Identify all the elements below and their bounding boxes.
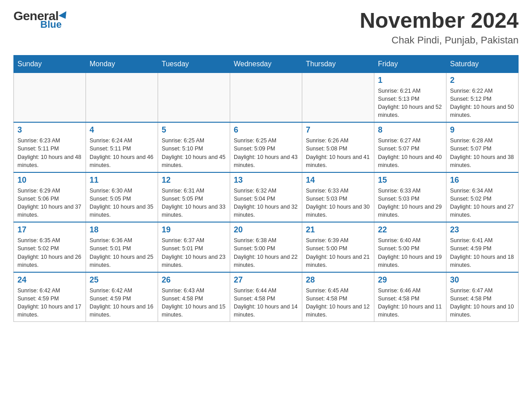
day-number: 11 xyxy=(90,176,154,185)
day-info: Sunrise: 6:36 AMSunset: 5:01 PMDaylight:… xyxy=(90,236,154,269)
day-number: 19 xyxy=(162,225,226,235)
calendar-weekday-header: Sunday xyxy=(14,55,86,73)
day-number: 23 xyxy=(450,225,515,235)
day-info: Sunrise: 6:41 AMSunset: 4:59 PMDaylight:… xyxy=(450,236,515,269)
calendar-day-cell: 4Sunrise: 6:24 AMSunset: 5:11 PMDaylight… xyxy=(86,122,158,172)
calendar-weekday-header: Thursday xyxy=(302,55,374,73)
calendar-day-cell: 3Sunrise: 6:23 AMSunset: 5:11 PMDaylight… xyxy=(14,122,86,172)
day-number: 18 xyxy=(90,225,154,235)
day-info: Sunrise: 6:39 AMSunset: 5:00 PMDaylight:… xyxy=(306,236,370,269)
day-info: Sunrise: 6:43 AMSunset: 4:58 PMDaylight:… xyxy=(162,287,226,319)
calendar-day-cell: 27Sunrise: 6:44 AMSunset: 4:58 PMDayligh… xyxy=(230,272,302,322)
calendar-day-cell: 12Sunrise: 6:31 AMSunset: 5:05 PMDayligh… xyxy=(158,172,230,223)
day-number: 5 xyxy=(162,125,226,135)
calendar-day-cell xyxy=(86,73,158,122)
day-number: 13 xyxy=(234,176,298,185)
day-number: 26 xyxy=(162,275,226,285)
calendar-day-cell: 11Sunrise: 6:30 AMSunset: 5:05 PMDayligh… xyxy=(86,172,158,223)
day-number: 17 xyxy=(17,225,82,235)
day-number: 3 xyxy=(17,125,82,135)
day-number: 20 xyxy=(234,225,298,235)
calendar-day-cell xyxy=(230,73,302,122)
day-number: 7 xyxy=(306,125,370,135)
calendar-table: SundayMondayTuesdayWednesdayThursdayFrid… xyxy=(13,55,519,322)
page-title: November 2024 xyxy=(360,9,519,33)
day-info: Sunrise: 6:25 AMSunset: 5:10 PMDaylight:… xyxy=(162,137,226,169)
calendar-day-cell: 20Sunrise: 6:38 AMSunset: 5:00 PMDayligh… xyxy=(230,222,302,272)
calendar-week-row: 17Sunrise: 6:35 AMSunset: 5:02 PMDayligh… xyxy=(14,222,519,272)
calendar-day-cell: 7Sunrise: 6:26 AMSunset: 5:08 PMDaylight… xyxy=(302,122,374,172)
calendar-weekday-header: Tuesday xyxy=(158,55,230,73)
day-info: Sunrise: 6:28 AMSunset: 5:07 PMDaylight:… xyxy=(450,137,515,169)
calendar-day-cell: 19Sunrise: 6:37 AMSunset: 5:01 PMDayligh… xyxy=(158,222,230,272)
day-info: Sunrise: 6:21 AMSunset: 5:13 PMDaylight:… xyxy=(378,87,442,120)
calendar-day-cell: 1Sunrise: 6:21 AMSunset: 5:13 PMDaylight… xyxy=(374,73,446,122)
calendar-day-cell: 9Sunrise: 6:28 AMSunset: 5:07 PMDaylight… xyxy=(446,122,519,172)
day-info: Sunrise: 6:26 AMSunset: 5:08 PMDaylight:… xyxy=(306,137,370,169)
calendar-day-cell xyxy=(158,73,230,122)
calendar-day-cell: 21Sunrise: 6:39 AMSunset: 5:00 PMDayligh… xyxy=(302,222,374,272)
day-info: Sunrise: 6:23 AMSunset: 5:11 PMDaylight:… xyxy=(17,137,82,169)
day-info: Sunrise: 6:37 AMSunset: 5:01 PMDaylight:… xyxy=(162,236,226,269)
day-info: Sunrise: 6:42 AMSunset: 4:59 PMDaylight:… xyxy=(17,287,82,319)
day-info: Sunrise: 6:45 AMSunset: 4:58 PMDaylight:… xyxy=(306,287,370,319)
calendar-day-cell: 18Sunrise: 6:36 AMSunset: 5:01 PMDayligh… xyxy=(86,222,158,272)
calendar-week-row: 10Sunrise: 6:29 AMSunset: 5:06 PMDayligh… xyxy=(14,172,519,223)
logo-blue-text: Blue xyxy=(40,19,62,30)
day-number: 15 xyxy=(378,176,442,185)
calendar-weekday-header: Friday xyxy=(374,55,446,73)
day-number: 30 xyxy=(450,275,515,285)
day-info: Sunrise: 6:46 AMSunset: 4:58 PMDaylight:… xyxy=(378,287,442,319)
day-info: Sunrise: 6:35 AMSunset: 5:02 PMDaylight:… xyxy=(17,236,82,269)
day-number: 6 xyxy=(234,125,298,135)
day-number: 28 xyxy=(306,275,370,285)
calendar-day-cell: 8Sunrise: 6:27 AMSunset: 5:07 PMDaylight… xyxy=(374,122,446,172)
day-number: 27 xyxy=(234,275,298,285)
title-block: November 2024 Chak Pindi, Punjab, Pakist… xyxy=(360,9,519,46)
calendar-day-cell: 25Sunrise: 6:42 AMSunset: 4:59 PMDayligh… xyxy=(86,272,158,322)
calendar-day-cell: 23Sunrise: 6:41 AMSunset: 4:59 PMDayligh… xyxy=(446,222,519,272)
day-info: Sunrise: 6:42 AMSunset: 4:59 PMDaylight:… xyxy=(90,287,154,319)
day-number: 9 xyxy=(450,125,515,135)
day-info: Sunrise: 6:25 AMSunset: 5:09 PMDaylight:… xyxy=(234,137,298,169)
day-info: Sunrise: 6:24 AMSunset: 5:11 PMDaylight:… xyxy=(90,137,154,169)
calendar-weekday-header: Monday xyxy=(86,55,158,73)
calendar-day-cell: 13Sunrise: 6:32 AMSunset: 5:04 PMDayligh… xyxy=(230,172,302,223)
calendar-day-cell xyxy=(302,73,374,122)
day-info: Sunrise: 6:47 AMSunset: 4:58 PMDaylight:… xyxy=(450,287,515,319)
calendar-day-cell: 28Sunrise: 6:45 AMSunset: 4:58 PMDayligh… xyxy=(302,272,374,322)
calendar-day-cell: 5Sunrise: 6:25 AMSunset: 5:10 PMDaylight… xyxy=(158,122,230,172)
calendar-day-cell: 15Sunrise: 6:33 AMSunset: 5:03 PMDayligh… xyxy=(374,172,446,223)
day-info: Sunrise: 6:33 AMSunset: 5:03 PMDaylight:… xyxy=(306,187,370,219)
calendar-day-cell: 16Sunrise: 6:34 AMSunset: 5:02 PMDayligh… xyxy=(446,172,519,223)
page-subtitle: Chak Pindi, Punjab, Pakistan xyxy=(360,34,519,46)
calendar-day-cell: 26Sunrise: 6:43 AMSunset: 4:58 PMDayligh… xyxy=(158,272,230,322)
calendar-day-cell: 29Sunrise: 6:46 AMSunset: 4:58 PMDayligh… xyxy=(374,272,446,322)
day-number: 8 xyxy=(378,125,442,135)
calendar-day-cell: 14Sunrise: 6:33 AMSunset: 5:03 PMDayligh… xyxy=(302,172,374,223)
day-info: Sunrise: 6:31 AMSunset: 5:05 PMDaylight:… xyxy=(162,187,226,219)
calendar-weekday-header: Wednesday xyxy=(230,55,302,73)
logo: General Blue xyxy=(13,9,69,30)
day-number: 10 xyxy=(17,176,82,185)
day-number: 29 xyxy=(378,275,442,285)
day-number: 16 xyxy=(450,176,515,185)
day-info: Sunrise: 6:38 AMSunset: 5:00 PMDaylight:… xyxy=(234,236,298,269)
calendar-day-cell: 24Sunrise: 6:42 AMSunset: 4:59 PMDayligh… xyxy=(14,272,86,322)
calendar-day-cell: 10Sunrise: 6:29 AMSunset: 5:06 PMDayligh… xyxy=(14,172,86,223)
calendar-day-cell: 2Sunrise: 6:22 AMSunset: 5:12 PMDaylight… xyxy=(446,73,519,122)
day-info: Sunrise: 6:44 AMSunset: 4:58 PMDaylight:… xyxy=(234,287,298,319)
day-number: 4 xyxy=(90,125,154,135)
page-header: General Blue November 2024 Chak Pindi, P… xyxy=(13,9,519,46)
day-info: Sunrise: 6:33 AMSunset: 5:03 PMDaylight:… xyxy=(378,187,442,219)
calendar-day-cell: 30Sunrise: 6:47 AMSunset: 4:58 PMDayligh… xyxy=(446,272,519,322)
day-number: 22 xyxy=(378,225,442,235)
day-info: Sunrise: 6:30 AMSunset: 5:05 PMDaylight:… xyxy=(90,187,154,219)
calendar-day-cell xyxy=(14,73,86,122)
day-number: 14 xyxy=(306,176,370,185)
day-info: Sunrise: 6:40 AMSunset: 5:00 PMDaylight:… xyxy=(378,236,442,269)
day-number: 25 xyxy=(90,275,154,285)
day-info: Sunrise: 6:22 AMSunset: 5:12 PMDaylight:… xyxy=(450,87,515,120)
calendar-day-cell: 6Sunrise: 6:25 AMSunset: 5:09 PMDaylight… xyxy=(230,122,302,172)
calendar-weekday-header: Saturday xyxy=(446,55,519,73)
